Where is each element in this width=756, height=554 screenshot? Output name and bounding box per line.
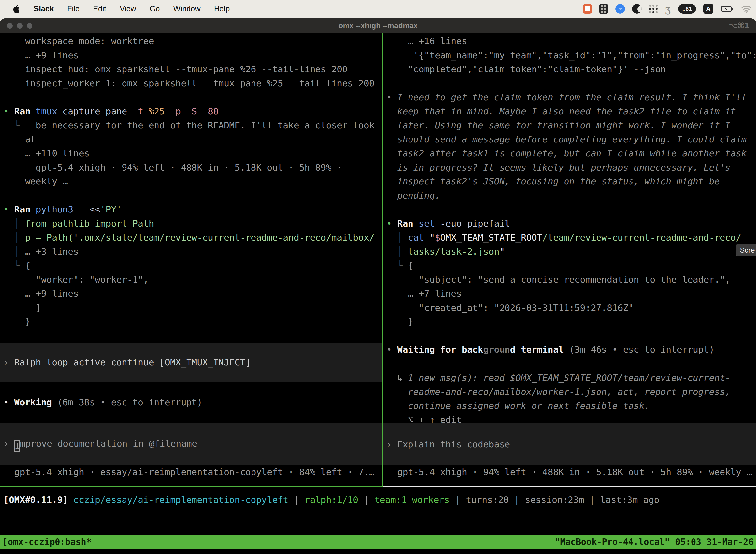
left-pane-scrollback: workspace_mode: worktree … +9 lines insp… <box>3 34 382 343</box>
window-shortcut-hint: ⌥⌘1 <box>729 18 750 33</box>
pane-border-bottom-right[interactable] <box>383 486 756 487</box>
terminal-line: │ … +3 lines <box>3 245 382 259</box>
terminal-line <box>3 189 382 203</box>
terminal-line: inspect_worker-1: omx sparkshell --tmux-… <box>3 76 382 91</box>
terminal-line: • Ran python3 - <<'PY' <box>3 203 382 217</box>
terminal-line: "completed","claim_token":"claim-token"}… <box>386 62 756 76</box>
terminal-line <box>386 357 756 371</box>
terminal-line: │ from pathlib import Path <box>3 217 382 231</box>
terminal-line: keep that in mind. Maybe I also need the… <box>386 105 756 119</box>
terminal-line: │ p = Path('.omx/state/team/review-curre… <box>3 231 382 245</box>
terminal-line: inspect_hud: omx sparkshell --tmux-pane … <box>3 62 382 76</box>
right-pane-scrollback: … +16 lines '{"team_name":"my-team","tas… <box>386 34 756 427</box>
terminal-line: "worker": "worker-1", <box>3 273 382 287</box>
terminal-line: ] <box>3 301 382 315</box>
menu-item-edit[interactable]: Edit <box>93 2 106 16</box>
omx-hud-status-line: [OMX#0.11.9] cczip/essay/ai-reimplementa… <box>3 493 659 507</box>
window-title: omx --xhigh --madmax <box>0 18 756 33</box>
ralph-loop-banner-text: › Ralph loop active continue [OMX_TMUX_I… <box>3 355 251 370</box>
menu-item-slack[interactable]: Slack <box>34 2 54 16</box>
screen-sharing-tooltip: Scre <box>736 244 756 257</box>
terminal-line: … +7 lines <box>386 287 756 301</box>
terminal-cursor: I <box>14 440 20 452</box>
left-model-status-line: gpt-5.4 xhigh · essay/ai-reimplementatio… <box>3 465 382 479</box>
menu-item-go[interactable]: Go <box>149 2 160 16</box>
badge-61-icon[interactable]: ..61 <box>678 4 696 14</box>
tmux-pane-left[interactable]: workspace_mode: worktree … +9 lines insp… <box>0 33 382 486</box>
working-status-line: • Working (6m 38s • esc to interrupt) <box>3 395 382 409</box>
terminal-line: } <box>386 315 756 329</box>
macos-screen: SlackFileEditViewGoWindowHelp ʒ ..61 A <box>0 0 756 554</box>
keyboard-grid-icon[interactable] <box>600 4 608 14</box>
prompt-input-right-text: › Explain this codebase <box>386 437 510 451</box>
terminal-line: ↳ 1 new msg(s): read $OMX_TEAM_STATE_ROO… <box>386 371 756 385</box>
terminal-line: … +16 lines <box>386 34 756 48</box>
tmux-host-clock-label: "MacBook-Pro-44.local" 05:03 31-Mar-26 <box>555 535 754 549</box>
terminal-line: … +9 lines <box>3 48 382 63</box>
terminal-window: omx --xhigh --madmax ⌥⌘1 workspace_mode:… <box>0 18 756 554</box>
terminal-line: '{"team_name":"my-team","task_id":"1","f… <box>386 48 756 63</box>
hook-icon[interactable]: ʒ <box>665 4 671 14</box>
terminal-line: weekly … <box>3 174 382 189</box>
terminal-line <box>3 90 382 105</box>
terminal-line: • Ran set -euo pipefail <box>386 217 756 231</box>
terminal-line: } <box>3 315 382 329</box>
menu-items: SlackFileEditViewGoWindowHelp <box>34 2 230 16</box>
terminal-line: inspect task2's JSON, focusing on the st… <box>386 174 756 189</box>
terminal-line: "created_at": "2026-03-31T11:59:27.816Z" <box>386 301 756 315</box>
terminal-line: is in progress? It seems likely but perh… <box>386 161 756 175</box>
window-title-bar[interactable]: omx --xhigh --madmax ⌥⌘1 <box>0 18 756 33</box>
terminal-line: • Ran tmux capture-pane -t %25 -p -S -80 <box>3 105 382 119</box>
dots-grid-icon[interactable] <box>649 5 657 13</box>
menu-item-view[interactable]: View <box>120 2 136 16</box>
screen-recording-icon[interactable] <box>583 4 592 14</box>
prompt-input-left[interactable]: › Improve documentation in @filename <box>0 424 382 465</box>
terminal-line: └ be necessary for the end of the README… <box>3 118 382 132</box>
input-source-icon[interactable]: A <box>703 4 713 14</box>
terminal-content: workspace_mode: worktree … +9 lines insp… <box>0 33 756 554</box>
menu-item-window[interactable]: Window <box>173 2 200 16</box>
terminal-line: continue assigned work or next feasible … <box>386 399 756 413</box>
battery-charging-icon[interactable] <box>721 5 734 12</box>
terminal-line: workspace_mode: worktree <box>3 34 382 48</box>
menu-item-help[interactable]: Help <box>214 2 230 16</box>
messenger-icon[interactable] <box>615 4 625 14</box>
terminal-line <box>386 76 756 91</box>
terminal-line <box>386 203 756 217</box>
ralph-loop-banner: › Ralph loop active continue [OMX_TMUX_I… <box>0 343 382 382</box>
prompt-input-right[interactable]: › Explain this codebase <box>383 424 756 465</box>
prompt-input-left-text: › Improve documentation in @filename <box>3 437 197 452</box>
apple-menu-icon[interactable] <box>13 5 20 13</box>
terminal-line: │ tasks/task-2.json" <box>386 245 756 259</box>
right-model-status-line: gpt-5.4 xhigh · 94% left · 488K in · 5.1… <box>386 465 756 479</box>
terminal-line: … +9 lines <box>3 287 382 301</box>
prompt-placeholder: mprove documentation in @filename <box>20 438 197 448</box>
tmux-session-window-label: [omx-cczip0:bash* <box>2 535 91 549</box>
terminal-line: later. Using the same for transition mig… <box>386 118 756 132</box>
tmux-pane-right[interactable]: … +16 lines '{"team_name":"my-team","tas… <box>383 33 756 486</box>
wifi-icon[interactable] <box>741 5 752 13</box>
terminal-line: task2 after task1 is complete, but can I… <box>386 147 756 161</box>
terminal-line: └ { <box>3 259 382 273</box>
terminal-line: • I need to get the claim token from the… <box>386 90 756 105</box>
terminal-line: • Waiting for background terminal (3m 46… <box>386 343 756 357</box>
terminal-line: └ { <box>386 259 756 273</box>
pane-border-bottom-left[interactable] <box>0 486 383 487</box>
terminal-line <box>3 329 382 343</box>
terminal-line: pending. <box>386 189 756 203</box>
moon-icon[interactable] <box>632 4 642 14</box>
terminal-line <box>386 329 756 343</box>
menu-bar: SlackFileEditViewGoWindowHelp ʒ ..61 A <box>0 0 756 18</box>
terminal-line: "subject": "send a concise recommendatio… <box>386 273 756 287</box>
tmux-status-bar: [omx-cczip0:bash* "MacBook-Pro-44.local"… <box>0 535 756 549</box>
terminal-line: at <box>3 132 382 147</box>
terminal-line: │ cat "$OMX_TEAM_STATE_ROOT/team/review-… <box>386 231 756 245</box>
menu-item-file[interactable]: File <box>67 2 80 16</box>
terminal-line: should send a message before completing … <box>386 132 756 147</box>
menu-bar-status-icons: ʒ ..61 A <box>583 0 752 18</box>
terminal-line: … +110 lines <box>3 147 382 161</box>
prompt-chevron: › <box>3 438 14 448</box>
terminal-line: gpt-5.4 xhigh · 94% left · 488K in · 5.1… <box>3 161 382 175</box>
terminal-line: readme-and-reco/mailbox/worker-1.json, a… <box>386 385 756 399</box>
